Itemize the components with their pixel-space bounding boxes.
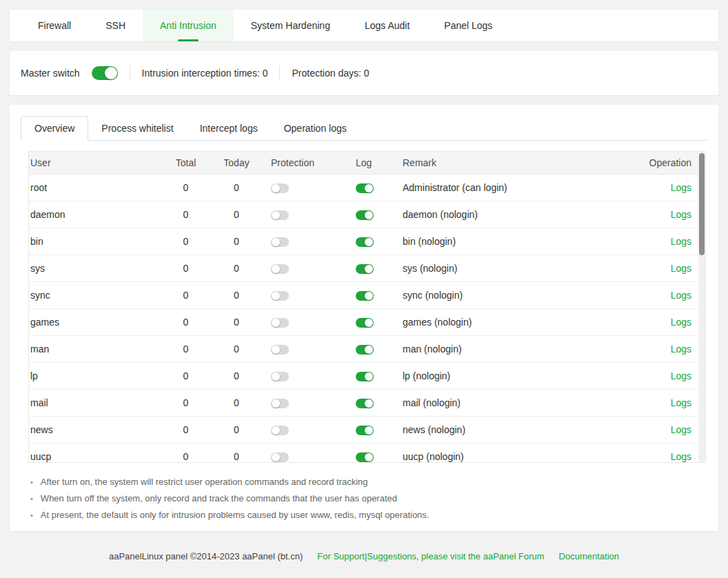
column-header-today: Today — [218, 157, 255, 168]
remark-cell: sync (nologin) — [403, 290, 635, 301]
protection-toggle[interactable] — [271, 237, 289, 247]
protection-toggle[interactable] — [271, 291, 289, 301]
log-toggle[interactable] — [356, 318, 374, 328]
today-cell: 0 — [218, 451, 255, 462]
logs-link[interactable]: Logs — [671, 236, 691, 247]
protection-toggle[interactable] — [271, 452, 289, 462]
anti-intrusion-page: FirewallSSHAnti IntrusionSystem Hardenin… — [0, 0, 728, 571]
log-toggle[interactable] — [356, 291, 374, 301]
top-tab-bar: FirewallSSHAnti IntrusionSystem Hardenin… — [10, 10, 718, 41]
logs-link[interactable]: Logs — [671, 397, 691, 408]
toggle-knob — [365, 453, 373, 461]
remark-cell: man (nologin) — [403, 343, 635, 355]
protection-toggle[interactable] — [271, 399, 289, 408]
protection-toggle[interactable] — [271, 345, 289, 355]
toggle-knob — [272, 319, 280, 327]
protection-cell — [271, 370, 356, 381]
today-cell: 0 — [218, 263, 255, 274]
table-row: mail 0 0 mail (nologin) Logs — [29, 390, 698, 417]
logs-link[interactable]: Logs — [671, 209, 691, 220]
support-forum-link[interactable]: For Support|Suggestions, please visit th… — [317, 551, 544, 561]
stat-label: Protection days: — [292, 68, 361, 79]
top-tab-logs-audit[interactable]: Logs Audit — [347, 10, 427, 41]
log-toggle[interactable] — [356, 426, 374, 435]
scrollbar-thumb[interactable] — [699, 153, 705, 255]
protection-cell — [271, 397, 356, 408]
log-toggle[interactable] — [356, 237, 374, 247]
toggle-knob — [272, 426, 280, 435]
today-cell: 0 — [218, 370, 255, 381]
tab-intercept-logs[interactable]: Intercept logs — [187, 116, 271, 140]
table-row: news 0 0 news (nologin) Logs — [29, 417, 698, 444]
operation-cell: Logs — [635, 263, 698, 274]
remark-cell: sys (nologin) — [403, 263, 635, 274]
log-toggle[interactable] — [356, 399, 374, 408]
log-toggle[interactable] — [356, 372, 374, 381]
table-scrollbar[interactable] — [698, 152, 705, 462]
total-cell: 0 — [167, 290, 205, 301]
today-cell: 0 — [218, 343, 255, 355]
column-header-operation: Operation — [635, 157, 698, 168]
note-item: After turn on, the system will restrict … — [30, 474, 707, 490]
top-tab-ssh[interactable]: SSH — [88, 10, 143, 41]
remark-cell: bin (nologin) — [403, 236, 635, 247]
operation-cell: Logs — [635, 209, 698, 220]
top-tab-system-hardening[interactable]: System Hardening — [234, 10, 347, 41]
log-toggle[interactable] — [356, 210, 374, 220]
logs-link[interactable]: Logs — [671, 370, 691, 381]
tab-process-whitelist[interactable]: Process whitelist — [88, 116, 186, 140]
operation-cell: Logs — [635, 182, 698, 193]
logs-link[interactable]: Logs — [671, 263, 691, 274]
remark-cell: Administrator (can login) — [403, 182, 635, 193]
top-tab-panel-logs[interactable]: Panel Logs — [427, 10, 509, 41]
table-body: root 0 0 Administrator (can login) Logs … — [29, 175, 705, 463]
toggle-knob — [365, 265, 373, 273]
footer: aaPanelLinux panel ©2014-2023 aaPanel (b… — [10, 531, 718, 561]
protection-toggle[interactable] — [271, 264, 289, 274]
notes-list: After turn on, the system will restrict … — [30, 474, 707, 524]
protection-toggle[interactable] — [271, 210, 289, 220]
logs-link[interactable]: Logs — [671, 290, 691, 301]
table-row: man 0 0 man (nologin) Logs — [29, 336, 698, 363]
protection-cell — [271, 317, 356, 328]
user-cell: mail — [29, 397, 167, 408]
logs-link[interactable]: Logs — [671, 317, 691, 328]
log-toggle[interactable] — [356, 264, 374, 274]
intrusion-interception-stat: Intrusion interception times: 0 — [142, 68, 268, 79]
toggle-knob — [272, 346, 280, 354]
logs-link[interactable]: Logs — [671, 343, 691, 355]
toggle-knob — [365, 426, 373, 435]
protection-toggle[interactable] — [271, 318, 289, 328]
user-cell: root — [29, 182, 167, 193]
column-header-total: Total — [167, 157, 205, 168]
total-cell: 0 — [167, 209, 205, 220]
log-cell — [356, 263, 403, 274]
log-cell — [356, 343, 403, 355]
master-switch-bar: Master switch Intrusion interception tim… — [10, 51, 718, 95]
operation-cell: Logs — [635, 397, 698, 408]
tab-overview[interactable]: Overview — [21, 116, 88, 141]
log-toggle[interactable] — [356, 345, 374, 355]
total-cell: 0 — [167, 182, 205, 193]
toggle-knob — [365, 292, 373, 300]
log-toggle[interactable] — [356, 452, 374, 462]
protection-toggle[interactable] — [271, 426, 289, 435]
toggle-knob — [272, 211, 280, 219]
toggle-knob — [365, 346, 373, 354]
logs-link[interactable]: Logs — [671, 182, 691, 193]
logs-link[interactable]: Logs — [671, 424, 691, 435]
logs-link[interactable]: Logs — [671, 451, 691, 462]
master-switch-toggle[interactable] — [92, 66, 118, 80]
total-cell: 0 — [167, 263, 205, 274]
toggle-knob — [272, 238, 280, 246]
documentation-link[interactable]: Documentation — [559, 551, 619, 561]
tab-operation-logs[interactable]: Operation logs — [271, 116, 360, 140]
log-cell — [356, 182, 403, 193]
top-tab-anti-intrusion[interactable]: Anti Intrusion — [143, 10, 234, 41]
protection-toggle[interactable] — [271, 183, 289, 193]
top-tab-firewall[interactable]: Firewall — [21, 10, 88, 41]
table-row: lp 0 0 lp (nologin) Logs — [29, 363, 698, 390]
toggle-knob — [365, 372, 373, 381]
protection-toggle[interactable] — [271, 372, 289, 381]
log-toggle[interactable] — [356, 183, 374, 193]
